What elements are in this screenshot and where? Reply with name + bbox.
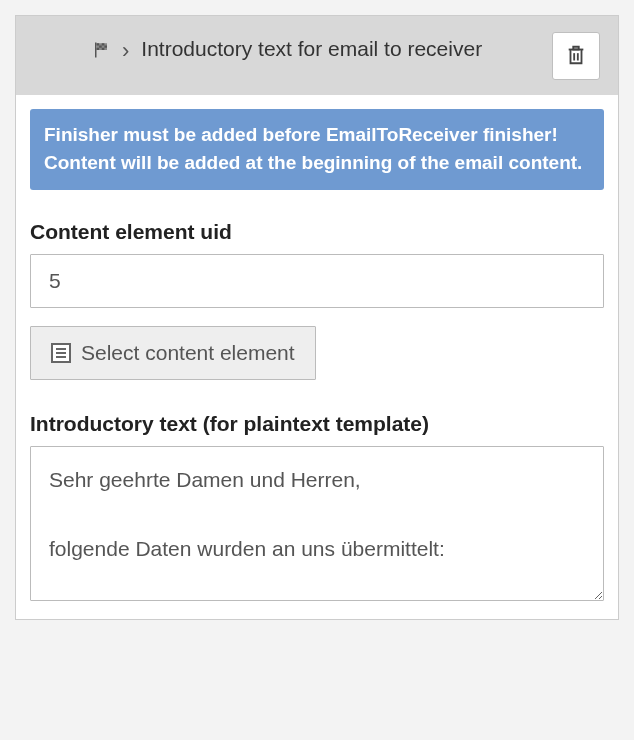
svg-rect-4 (104, 46, 107, 48)
select-content-element-button[interactable]: Select content element (30, 326, 316, 380)
svg-rect-1 (97, 43, 100, 45)
flag-icon (92, 37, 110, 66)
introtext-label: Introductory text (for plaintext templat… (30, 412, 604, 436)
content-element-icon (51, 343, 71, 363)
svg-rect-3 (99, 46, 102, 48)
panel-body: Finisher must be added before EmailToRec… (16, 95, 618, 619)
uid-label: Content element uid (30, 220, 604, 244)
uid-input[interactable] (30, 254, 604, 308)
breadcrumb: › Introductory text for email to receive… (92, 34, 528, 67)
finisher-panel: › Introductory text for email to receive… (15, 15, 619, 620)
panel-header: › Introductory text for email to receive… (16, 16, 618, 95)
svg-rect-6 (102, 48, 105, 50)
breadcrumb-title: Introductory text for email to receiver (141, 34, 528, 63)
svg-rect-5 (97, 48, 100, 50)
info-message: Finisher must be added before EmailToRec… (30, 109, 604, 190)
select-content-element-label: Select content element (81, 341, 295, 365)
svg-rect-0 (95, 43, 97, 58)
delete-button[interactable] (552, 32, 600, 80)
svg-rect-2 (102, 43, 105, 45)
introtext-textarea[interactable] (30, 446, 604, 601)
trash-icon (565, 43, 587, 70)
chevron-right-icon: › (122, 36, 129, 67)
